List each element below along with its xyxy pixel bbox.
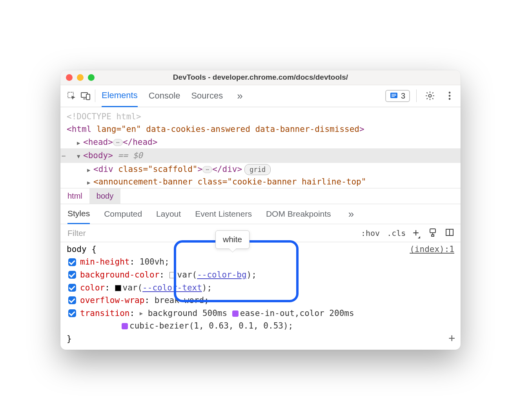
tab-elements[interactable]: Elements [102, 85, 138, 107]
hover-tooltip: white [215, 230, 250, 249]
panel-tabs: Elements Console Sources » [102, 85, 243, 107]
head-line[interactable]: ▶<head>⋯</head> [67, 136, 454, 149]
rule-close-brace: } [67, 332, 454, 345]
body-selected-line[interactable]: ▼<body> == $0 [60, 148, 461, 163]
decl-transition[interactable]: transition: ▶ background 500ms ease-in-o… [67, 307, 454, 320]
dom-tree[interactable]: <!DOCTYPE html> <html lang="en" data-coo… [60, 107, 461, 188]
subtab-styles[interactable]: Styles [67, 204, 90, 224]
div-scaffold-line[interactable]: ▶<div class="scaffold">⋯</div>grid [67, 163, 454, 176]
var-link-color-bg[interactable]: --color-bg [197, 270, 246, 279]
titlebar: DevTools - developer.chrome.com/docs/dev… [60, 70, 461, 85]
add-declaration-icon[interactable]: + [448, 330, 455, 347]
toolbar-divider-2 [416, 89, 417, 102]
subtab-computed[interactable]: Computed [104, 205, 142, 223]
tab-console[interactable]: Console [149, 85, 180, 106]
crumb-html[interactable]: html [60, 188, 89, 204]
filter-bar: :hov .cls +◢ [60, 224, 461, 242]
decl-overflow-wrap[interactable]: overflow-wrap: break-word; [67, 294, 454, 307]
decl-checkbox[interactable] [68, 271, 76, 279]
ellipsis-icon[interactable]: ⋯ [202, 166, 212, 173]
ellipsis-icon[interactable]: ⋯ [113, 139, 123, 146]
svg-point-5 [429, 95, 432, 97]
flex-toggle-icon[interactable] [445, 228, 454, 239]
toolbar-divider [95, 89, 95, 102]
svg-rect-9 [430, 229, 435, 233]
kebab-icon[interactable] [443, 89, 457, 103]
issues-count: 3 [401, 91, 405, 100]
easing-swatch-icon[interactable] [232, 310, 239, 317]
inspect-icon[interactable] [64, 89, 78, 103]
window-title: DevTools - developer.chrome.com/docs/dev… [60, 73, 461, 82]
color-swatch-black[interactable] [115, 285, 121, 291]
crumb-body[interactable]: body [89, 188, 120, 204]
filter-input[interactable] [60, 228, 304, 238]
new-rule-icon[interactable]: +◢ [413, 226, 421, 238]
more-subtabs-icon[interactable]: » [348, 208, 354, 220]
svg-rect-10 [432, 235, 434, 236]
svg-point-7 [449, 95, 451, 97]
rule-header: body { (index):1 [60, 242, 461, 254]
svg-point-8 [449, 98, 451, 100]
tab-sources[interactable]: Sources [191, 85, 223, 106]
close-button[interactable] [66, 74, 73, 81]
device-toggle-icon[interactable] [78, 89, 93, 103]
main-toolbar: Elements Console Sources » 3 [60, 85, 461, 107]
decl-checkbox[interactable] [68, 296, 76, 304]
minimize-button[interactable] [77, 74, 84, 81]
toolbar-right: 3 [385, 89, 457, 103]
rule-block: min-height: 100vh; background-color: var… [60, 254, 461, 350]
subtab-event-listeners[interactable]: Event Listeners [195, 205, 252, 223]
html-open-line[interactable]: <html lang="en" data-cookies-answered da… [67, 123, 454, 136]
expand-icon[interactable]: ▶ [140, 310, 143, 316]
grid-badge[interactable]: grid [244, 164, 271, 175]
doctype-line: <!DOCTYPE html> [67, 110, 454, 123]
hov-toggle[interactable]: :hov [361, 228, 380, 238]
easing-swatch-icon[interactable] [122, 323, 128, 329]
cls-toggle[interactable]: .cls [387, 228, 406, 238]
subtab-dom-breakpoints[interactable]: DOM Breakpoints [266, 205, 331, 223]
color-swatch-white[interactable] [169, 272, 176, 278]
more-tabs-icon[interactable]: » [237, 90, 242, 102]
decl-checkbox[interactable] [68, 284, 76, 292]
decl-min-height[interactable]: min-height: 100vh; [67, 256, 454, 268]
decl-transition-cont[interactable]: cubic-bezier(1, 0.63, 0.1, 0.53); [67, 320, 454, 332]
svg-rect-3 [86, 94, 90, 100]
var-link-color-text[interactable]: --color-text [142, 283, 202, 292]
rule-source-link[interactable]: (index):1 [410, 245, 454, 254]
breadcrumb: html body [60, 188, 461, 204]
decl-checkbox[interactable] [68, 258, 76, 266]
issues-badge[interactable]: 3 [385, 90, 410, 102]
rule-selector[interactable]: body { [67, 245, 97, 254]
styles-subtabs: Styles Computed Layout Event Listeners D… [60, 204, 461, 224]
decl-color[interactable]: color: var(--color-text); [67, 281, 454, 294]
traffic-lights [66, 74, 95, 81]
gear-icon[interactable] [423, 89, 437, 103]
subtab-layout[interactable]: Layout [156, 205, 181, 223]
devtools-window: DevTools - developer.chrome.com/docs/dev… [60, 70, 461, 350]
paint-bucket-icon[interactable] [428, 228, 438, 239]
decl-checkbox[interactable] [68, 309, 76, 317]
svg-point-6 [449, 92, 451, 94]
decl-background-color[interactable]: background-color: var(--color-bg); [67, 268, 454, 281]
announcement-line[interactable]: ▶<announcement-banner class="cookie-bann… [67, 175, 454, 188]
maximize-button[interactable] [88, 74, 95, 81]
